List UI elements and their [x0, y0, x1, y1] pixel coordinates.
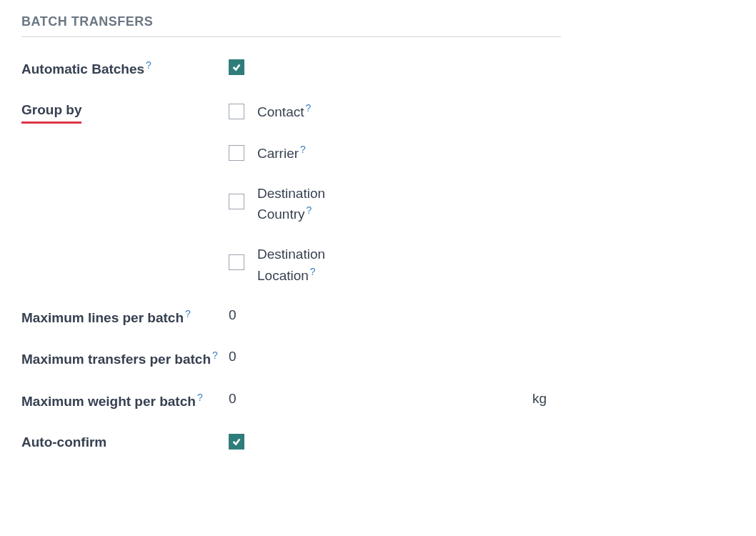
checkbox-contact[interactable] [229, 104, 244, 119]
row-max-weight: Maximum weight per batch? 0 kg [21, 391, 561, 412]
label-text: Destination Country [257, 186, 325, 222]
checkbox-label-contact: Contact? [257, 101, 311, 122]
label-text: Carrier [257, 146, 299, 161]
unit-max-weight: kg [532, 391, 561, 407]
checkbox-auto-confirm[interactable] [229, 434, 244, 450]
groupby-option-carrier: Carrier? [229, 142, 735, 164]
label-text: Destination Location [257, 247, 325, 283]
checkbox-label-destination-location: Destination Location? [257, 244, 357, 285]
row-max-transfers: Maximum transfers per batch? 0 [21, 349, 735, 369]
checkbox-label-carrier: Carrier? [257, 142, 306, 164]
value-max-weight[interactable]: 0 [229, 391, 532, 407]
value-automatic-batches [229, 59, 735, 75]
label-auto-confirm: Auto-confirm [21, 433, 229, 452]
field-value-max-transfers: 0 [229, 349, 237, 364]
label-text-auto-confirm: Auto-confirm [21, 435, 106, 450]
label-text-max-lines: Maximum lines per batch [21, 310, 184, 325]
value-max-transfers[interactable]: 0 [229, 349, 735, 364]
label-max-lines: Maximum lines per batch? [21, 307, 229, 328]
checkbox-carrier[interactable] [229, 145, 244, 161]
field-value-max-weight: 0 [229, 391, 237, 406]
checkbox-destination-country[interactable] [229, 194, 244, 209]
help-icon[interactable]: ? [305, 102, 311, 114]
label-text-max-weight: Maximum weight per batch [21, 394, 196, 410]
value-auto-confirm [229, 433, 735, 450]
value-max-lines[interactable]: 0 [229, 307, 735, 323]
field-value-max-lines: 0 [229, 307, 237, 322]
help-icon[interactable]: ? [310, 266, 316, 277]
section-title-batch-transfers: BATCH TRANSFERS [21, 14, 561, 37]
label-text-automatic-batches: Automatic Batches [21, 61, 144, 76]
label-max-transfers: Maximum transfers per batch? [21, 349, 229, 369]
check-icon [232, 437, 242, 447]
help-icon[interactable]: ? [307, 204, 312, 216]
groupby-option-destination-country: Destination Country? [229, 184, 735, 224]
help-icon[interactable]: ? [146, 59, 151, 71]
help-icon[interactable]: ? [212, 349, 218, 361]
checkbox-label-destination-country: Destination Country? [257, 184, 357, 224]
help-icon[interactable]: ? [185, 308, 191, 319]
row-max-lines: Maximum lines per batch? 0 [21, 307, 735, 328]
row-auto-confirm: Auto-confirm [21, 433, 735, 452]
label-group-by: Group by [21, 101, 229, 124]
check-icon [232, 62, 242, 72]
groupby-option-destination-location: Destination Location? [229, 244, 735, 285]
value-group-by: Contact? Carrier? Destination Country? D… [229, 101, 735, 286]
help-icon[interactable]: ? [197, 392, 203, 403]
label-text: Contact [257, 104, 304, 119]
help-icon[interactable]: ? [300, 144, 306, 155]
row-automatic-batches: Automatic Batches? [21, 59, 735, 79]
label-text-group-by: Group by [21, 101, 81, 124]
groupby-option-contact: Contact? [229, 101, 735, 122]
checkbox-automatic-batches[interactable] [229, 59, 244, 75]
label-automatic-batches: Automatic Batches? [21, 59, 229, 79]
label-text-max-transfers: Maximum transfers per batch [21, 352, 211, 367]
checkbox-destination-location[interactable] [229, 254, 244, 270]
row-group-by: Group by Contact? Carrier? Destination C… [21, 101, 735, 286]
label-max-weight: Maximum weight per batch? [21, 391, 229, 412]
